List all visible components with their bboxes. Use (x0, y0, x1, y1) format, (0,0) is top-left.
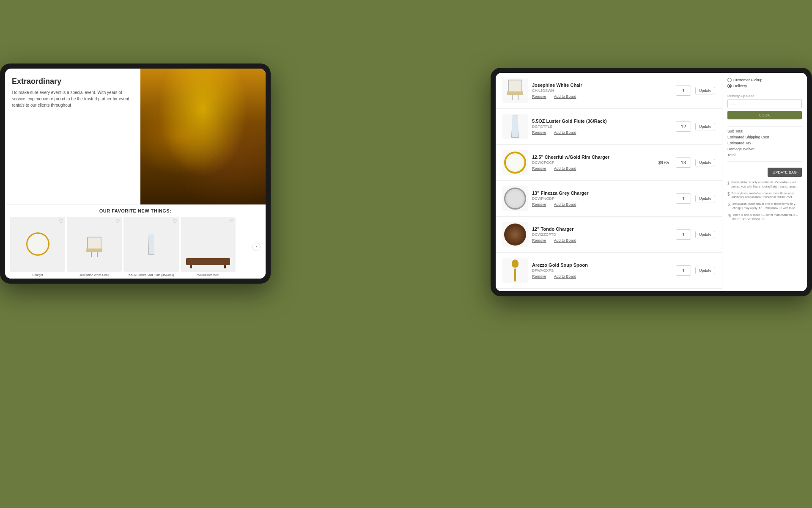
bench-image (186, 258, 230, 265)
flute-icon (511, 116, 519, 138)
item-sku: DFWAGXPS (532, 268, 672, 273)
qty-input[interactable] (676, 121, 691, 132)
list-item[interactable]: ♡ Charger (10, 217, 65, 277)
list-item[interactable]: ♡ Walnut Bench 8' (181, 217, 236, 277)
chair-leg (91, 252, 92, 257)
chair-back (508, 80, 522, 91)
item-sku: DCWCFGCP (532, 160, 654, 165)
charger-gold-icon (504, 152, 526, 174)
product-name: 5.5OZ Luster Gold Flute (36/Rack) (129, 273, 174, 277)
product-name: Charger (32, 273, 43, 277)
add-to-board-link[interactable]: Add to Board (554, 238, 576, 243)
notice-text: ℹ Listed pricing is only an estimate. Co… (727, 180, 802, 224)
chair-legs (512, 95, 518, 100)
table-row: 12.5" Cheerful w/Gold Rim Charger DCWCFG… (496, 145, 722, 181)
update-bag-button[interactable]: UPDATE BAG (768, 168, 802, 177)
notice-item: ⊞ There is one or more it... either manu… (727, 213, 802, 221)
delivery-label: Delivery (733, 84, 747, 88)
add-to-board-link[interactable]: Add to Board (554, 130, 576, 135)
pickup-radio[interactable] (727, 78, 732, 82)
add-to-board-link[interactable]: Add to Board (554, 202, 576, 207)
notice-content: Installation, labor and/or one or more i… (732, 202, 802, 210)
qty-input[interactable] (676, 229, 691, 240)
remove-link[interactable]: Remove (532, 130, 546, 135)
table-row: Josephine White Chair CHNJOSWH Remove | … (496, 73, 722, 109)
cart-item-actions: Remove | Add to Board (532, 202, 672, 207)
remove-link[interactable]: Remove (532, 94, 546, 99)
product-name: Walnut Bench 8' (198, 273, 219, 277)
price-icon: $ (727, 191, 730, 200)
add-to-board-link[interactable]: Add to Board (554, 94, 576, 99)
item-sku: CHNJOSWH (532, 88, 672, 93)
tool-icon: ✕ (727, 202, 731, 210)
cart-item-actions: Remove | Add to Board (532, 166, 654, 171)
remove-link[interactable]: Remove (532, 166, 546, 171)
remove-link[interactable]: Remove (532, 202, 546, 207)
spoon-handle (514, 268, 516, 282)
chair-icon (507, 80, 523, 102)
update-button[interactable]: Update (695, 159, 715, 166)
remove-link[interactable]: Remove (532, 274, 546, 279)
total-label: Total (727, 153, 735, 157)
cart-item-image (502, 186, 528, 211)
cart-item-details: 12.5" Cheerful w/Gold Rim Charger DCWCFG… (532, 155, 654, 171)
cart-item-details: 12" Tondo Charger DCWZZCPTD Remove | Add… (532, 226, 672, 243)
item-sku: DCWFNGDP (532, 196, 672, 201)
divider (727, 161, 802, 162)
reserve-icon: ⊞ (727, 213, 731, 221)
ballroom-visual (140, 69, 266, 204)
delivery-option[interactable]: Delivery (727, 84, 802, 88)
list-item[interactable]: ♡ Josephine White Chair (67, 217, 122, 277)
hero-title: Extraordinary (12, 77, 134, 86)
item-sku: DGTGTFLS (532, 124, 672, 129)
sub-total-row: Sub Total (727, 129, 802, 133)
item-name: 12" Tondo Charger (532, 226, 672, 232)
heart-icon[interactable]: ♡ (229, 218, 234, 224)
waiver-row: Damage Waiver (727, 147, 802, 151)
add-to-board-link[interactable]: Add to Board (554, 166, 576, 171)
qty-input[interactable] (676, 193, 691, 204)
update-button[interactable]: Update (695, 123, 715, 130)
notice-item: $ Pricing is not available - one or more… (727, 191, 802, 200)
sub-total-label: Sub Total (727, 129, 743, 133)
chair-back (87, 237, 102, 248)
customer-pickup-option[interactable]: Customer Pickup (727, 78, 802, 82)
heart-icon[interactable]: ♡ (59, 218, 63, 224)
heart-icon[interactable]: ♡ (173, 218, 177, 224)
cart-item-image (502, 78, 528, 103)
right-screen: Josephine White Chair CHNJOSWH Remove | … (496, 73, 807, 291)
lookup-button[interactable]: LOOK (727, 111, 802, 119)
qty-input[interactable] (676, 265, 691, 276)
item-name: 12.5" Cheerful w/Gold Rim Charger (532, 155, 654, 160)
scene: Extraordinary l to make sure every event… (0, 0, 812, 508)
next-arrow[interactable]: › (252, 243, 261, 251)
add-to-board-link[interactable]: Add to Board (554, 274, 576, 279)
cart-item-details: Arezzo Gold Soup Spoon DFWAGXPS Remove |… (532, 262, 672, 279)
spoon-icon (512, 260, 518, 282)
cart-item-details: 13" Finezza Grey Charger DCWFNGDP Remove… (532, 190, 672, 207)
list-item[interactable]: ♡ 5.5OZ Luster Gold Flute (36/Rack) (123, 217, 178, 277)
spoon-head (512, 260, 518, 268)
heart-icon[interactable]: ♡ (115, 218, 120, 224)
update-button[interactable]: Update (695, 267, 715, 274)
remove-link[interactable]: Remove (532, 238, 546, 243)
update-button[interactable]: Update (695, 195, 715, 202)
product-name: Josephine White Chair (80, 273, 109, 277)
flute-image (148, 234, 154, 255)
cart-item-actions: Remove | Add to Board (532, 274, 672, 279)
chair-seat (86, 248, 102, 252)
qty-input[interactable] (676, 157, 691, 168)
item-name: 13" Finezza Grey Charger (532, 190, 672, 196)
update-button[interactable]: Update (695, 87, 715, 94)
tax-row: Estimated Tax (727, 141, 802, 145)
cart-item-image (502, 222, 528, 247)
delivery-radio[interactable] (727, 84, 732, 88)
qty-input[interactable] (676, 86, 691, 96)
update-button[interactable]: Update (695, 231, 715, 238)
item-sku: DCWZZCPTD (532, 232, 672, 237)
zip-input[interactable] (727, 99, 802, 108)
cart-item-details: Josephine White Chair CHNJOSWH Remove | … (532, 83, 672, 99)
cart-panel[interactable]: Josephine White Chair CHNJOSWH Remove | … (496, 73, 722, 291)
table-row: 5.5OZ Luster Gold Flute (36/Rack) DGTGTF… (496, 109, 722, 145)
shipping-label: Estimated Shipping Cost (727, 135, 769, 139)
